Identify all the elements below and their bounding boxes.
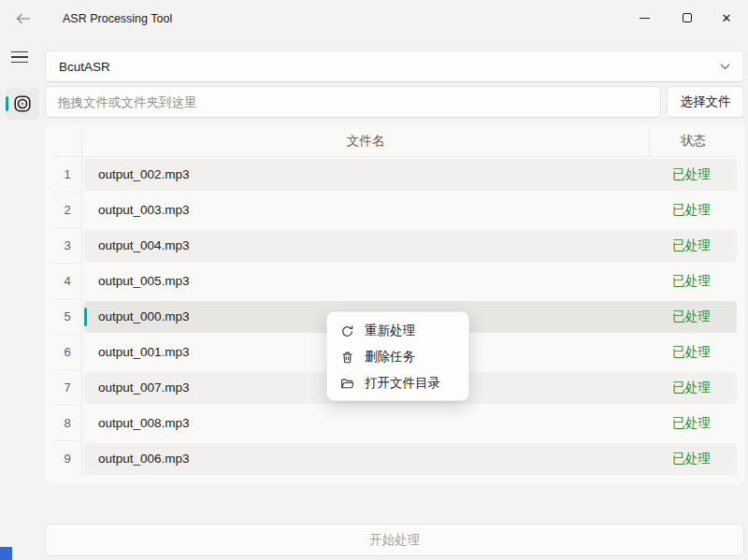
row-status-badge: 已处理 — [648, 194, 735, 226]
table-row[interactable]: 8 output_008.mp3 已处理 — [53, 406, 737, 441]
maximize-icon — [683, 13, 692, 22]
row-status-badge: 已处理 — [648, 443, 735, 475]
file-drop-input[interactable] — [45, 86, 661, 118]
close-button[interactable]: ✕ — [707, 0, 746, 36]
row-index: 5 — [53, 299, 82, 335]
choose-file-label: 选择文件 — [681, 93, 731, 110]
refresh-icon — [340, 324, 354, 338]
row-body: output_003.mp3 已处理 — [84, 194, 737, 226]
row-filename: output_001.mp3 — [98, 337, 190, 368]
table-header: 文件名 状态 — [53, 126, 737, 157]
row-index: 1 — [53, 157, 82, 193]
row-body: output_006.mp3 已处理 — [84, 443, 737, 475]
context-menu-item-delete[interactable]: 删除任务 — [327, 344, 468, 370]
table-row[interactable]: 4 output_005.mp3 已处理 — [53, 264, 737, 299]
minimize-button[interactable] — [625, 0, 664, 36]
row-status-badge: 已处理 — [648, 301, 735, 333]
titlebar: ASR Processing Tool ✕ — [0, 0, 748, 37]
table-row[interactable]: 3 output_004.mp3 已处理 — [53, 228, 737, 264]
row-status-badge: 已处理 — [648, 372, 735, 404]
open-folder-icon — [340, 377, 354, 391]
context-menu-label: 打开文件目录 — [365, 375, 440, 392]
row-body: output_002.mp3 已处理 — [84, 159, 737, 191]
row-filename: output_006.mp3 — [98, 443, 190, 475]
row-filename: output_007.mp3 — [98, 372, 190, 404]
row-index: 8 — [53, 406, 82, 441]
row-index: 6 — [53, 335, 82, 370]
row-filename: output_005.mp3 — [98, 266, 190, 297]
header-status: 状态 — [650, 126, 737, 156]
context-menu-item-reprocess[interactable]: 重新处理 — [327, 318, 468, 344]
row-index: 7 — [53, 370, 82, 406]
choose-file-button[interactable]: 选择文件 — [667, 86, 744, 118]
row-body: output_008.mp3 已处理 — [84, 408, 737, 439]
row-index: 3 — [53, 228, 82, 264]
selected-row-accent — [84, 308, 87, 326]
window-title: ASR Processing Tool — [63, 0, 172, 37]
maximize-button[interactable] — [668, 0, 707, 36]
hamburger-menu-button[interactable] — [11, 49, 32, 65]
minimize-icon — [640, 18, 650, 19]
table-row[interactable]: 9 output_006.mp3 已处理 — [53, 441, 737, 477]
start-processing-label: 开始处理 — [369, 532, 420, 549]
row-status-badge: 已处理 — [648, 266, 735, 297]
row-filename: output_000.mp3 — [98, 301, 190, 333]
context-menu: 重新处理 删除任务 打开文件目录 — [326, 311, 469, 401]
header-filename: 文件名 — [82, 126, 650, 156]
engine-dropdown[interactable]: BcutASR — [45, 50, 744, 82]
close-icon: ✕ — [722, 12, 732, 24]
chevron-down-icon — [720, 64, 730, 70]
context-menu-label: 删除任务 — [365, 349, 415, 366]
screen-corner-fragment — [0, 547, 12, 560]
row-index: 2 — [53, 193, 82, 228]
start-processing-button[interactable]: 开始处理 — [45, 524, 744, 556]
sidebar-item-asr[interactable] — [6, 88, 39, 120]
table-row[interactable]: 2 output_003.mp3 已处理 — [53, 193, 737, 228]
row-status-badge: 已处理 — [648, 337, 735, 368]
trash-icon — [340, 351, 354, 365]
back-arrow-icon — [16, 13, 31, 24]
context-menu-item-open-folder[interactable]: 打开文件目录 — [327, 370, 468, 396]
row-status-badge: 已处理 — [648, 230, 735, 262]
row-body: output_004.mp3 已处理 — [84, 230, 737, 262]
row-status-badge: 已处理 — [648, 159, 735, 191]
context-menu-label: 重新处理 — [365, 323, 415, 339]
row-index: 9 — [53, 441, 82, 477]
record-lens-icon — [13, 94, 32, 113]
row-filename: output_003.mp3 — [98, 194, 190, 226]
engine-dropdown-value: BcutASR — [59, 60, 110, 74]
row-filename: output_008.mp3 — [98, 408, 190, 439]
hamburger-icon — [11, 51, 28, 53]
table-row[interactable]: 1 output_002.mp3 已处理 — [53, 157, 737, 193]
row-status-badge: 已处理 — [648, 408, 735, 439]
row-body: output_005.mp3 已处理 — [84, 266, 737, 297]
row-index: 4 — [53, 264, 82, 299]
header-index — [53, 126, 82, 156]
selected-indicator — [6, 96, 8, 111]
row-filename: output_004.mp3 — [98, 230, 190, 262]
sidebar — [0, 37, 42, 560]
back-button[interactable] — [11, 8, 36, 29]
row-filename: output_002.mp3 — [98, 159, 190, 191]
